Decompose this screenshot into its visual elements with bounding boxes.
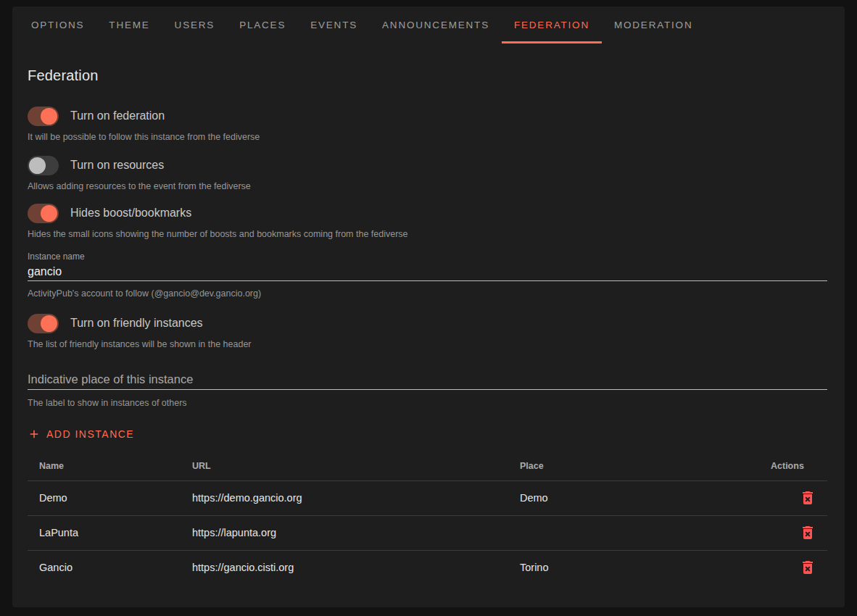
trash-x-icon bbox=[799, 524, 816, 541]
hide-boost-toggle[interactable] bbox=[28, 204, 59, 223]
instance-url-cell: https://demo.gancio.org bbox=[181, 480, 508, 515]
column-header-actions: Actions bbox=[759, 451, 827, 480]
instance-name-field-group: Instance name ActivityPub's account to f… bbox=[28, 251, 827, 300]
tab-theme[interactable]: THEME bbox=[96, 7, 162, 43]
friendly-instances-toggle-label[interactable]: Turn on friendly instances bbox=[70, 317, 203, 330]
toggle-thumb bbox=[41, 108, 57, 125]
resources-toggle-hint: Allows adding resources to the event fro… bbox=[28, 180, 827, 193]
resources-toggle-label[interactable]: Turn on resources bbox=[70, 159, 164, 172]
instance-name-cell: Gancio bbox=[28, 550, 181, 585]
toggle-thumb bbox=[29, 157, 46, 174]
add-instance-button[interactable]: ADD INSTANCE bbox=[28, 423, 140, 446]
trash-x-icon bbox=[799, 559, 816, 576]
setting-friendly-instances: Turn on friendly instances The list of f… bbox=[28, 313, 827, 351]
admin-tabbar: OPTIONS THEME USERS PLACES EVENTS ANNOUN… bbox=[12, 7, 845, 43]
add-instance-button-label: ADD INSTANCE bbox=[46, 428, 134, 440]
toggle-thumb bbox=[41, 205, 57, 222]
instance-place-input[interactable] bbox=[28, 371, 827, 390]
admin-panel-card: OPTIONS THEME USERS PLACES EVENTS ANNOUN… bbox=[12, 7, 845, 607]
tab-events[interactable]: EVENTS bbox=[298, 7, 370, 43]
tab-places[interactable]: PLACES bbox=[227, 7, 298, 43]
instance-place-cell bbox=[508, 515, 759, 550]
setting-hides-boost-bookmarks: Hides boost/bookmarks Hides the small ic… bbox=[28, 203, 827, 241]
instance-name-hint: ActivityPub's account to follow (@gancio… bbox=[28, 287, 827, 300]
instance-name-label: Instance name bbox=[28, 251, 827, 262]
delete-instance-button[interactable] bbox=[795, 489, 821, 507]
instance-place-cell: Torino bbox=[508, 550, 759, 585]
federation-toggle[interactable] bbox=[28, 107, 59, 126]
trash-x-icon bbox=[799, 489, 816, 507]
plus-icon bbox=[28, 428, 41, 441]
instance-name-cell: Demo bbox=[28, 480, 181, 515]
table-row: Demo https://demo.gancio.org Demo bbox=[28, 480, 827, 515]
tab-moderation[interactable]: MODERATION bbox=[602, 7, 705, 43]
friendly-instances-table: Name URL Place Actions Demo https://demo… bbox=[28, 451, 827, 585]
column-header-place: Place bbox=[508, 451, 759, 480]
table-row: Gancio https://gancio.cisti.org Torino bbox=[28, 550, 827, 585]
hide-boost-toggle-label[interactable]: Hides boost/bookmarks bbox=[70, 207, 191, 220]
instance-name-input[interactable] bbox=[28, 262, 827, 281]
federation-settings-panel: Federation Turn on federation It will be… bbox=[12, 67, 845, 585]
friendly-instances-toggle-hint: The list of friendly instances will be s… bbox=[28, 338, 827, 351]
instance-place-field-group: The label to show in instances of others bbox=[28, 371, 827, 409]
setting-turn-on-resources: Turn on resources Allows adding resource… bbox=[28, 155, 827, 193]
instance-url-cell: https://lapunta.org bbox=[181, 515, 508, 550]
instance-place-cell: Demo bbox=[508, 480, 759, 515]
delete-instance-button[interactable] bbox=[795, 524, 821, 541]
instance-name-cell: LaPunta bbox=[28, 515, 181, 550]
setting-turn-on-federation: Turn on federation It will be possible t… bbox=[28, 106, 827, 143]
resources-toggle[interactable] bbox=[28, 156, 59, 175]
column-header-name: Name bbox=[28, 451, 181, 480]
federation-toggle-hint: It will be possible to follow this insta… bbox=[28, 130, 827, 143]
tab-federation[interactable]: FEDERATION bbox=[502, 7, 602, 43]
page-title: Federation bbox=[28, 67, 827, 84]
hide-boost-toggle-hint: Hides the small icons showing the number… bbox=[28, 228, 827, 241]
table-header-row: Name URL Place Actions bbox=[28, 451, 827, 480]
toggle-thumb bbox=[41, 315, 57, 332]
tab-announcements[interactable]: ANNOUNCEMENTS bbox=[370, 7, 502, 43]
delete-instance-button[interactable] bbox=[795, 559, 821, 576]
friendly-instances-toggle[interactable] bbox=[28, 314, 59, 333]
tab-users[interactable]: USERS bbox=[162, 7, 228, 43]
instance-url-cell: https://gancio.cisti.org bbox=[181, 550, 508, 585]
table-row: LaPunta https://lapunta.org bbox=[28, 515, 827, 550]
instance-place-hint: The label to show in instances of others bbox=[28, 396, 827, 409]
tab-options[interactable]: OPTIONS bbox=[19, 7, 96, 43]
column-header-url: URL bbox=[181, 451, 508, 480]
federation-toggle-label[interactable]: Turn on federation bbox=[70, 109, 165, 122]
